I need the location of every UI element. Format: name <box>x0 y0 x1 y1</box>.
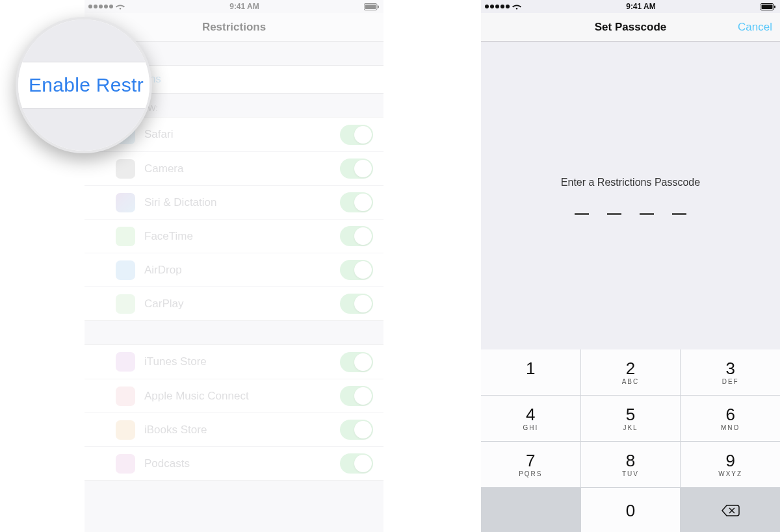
signal-icon <box>485 5 510 8</box>
keypad-key-8[interactable]: 8TUV <box>581 442 681 487</box>
toggle-switch[interactable] <box>340 226 373 246</box>
toggle-switch[interactable] <box>340 352 373 372</box>
passcode-slot <box>607 213 621 215</box>
keypad-key-4[interactable]: 4GHI <box>481 396 580 441</box>
status-left <box>88 3 125 10</box>
app-icon <box>116 294 135 314</box>
settings-row[interactable]: Apple Music Connect <box>84 379 384 412</box>
settings-row[interactable]: CarPlay <box>84 286 384 320</box>
keypad-key-5[interactable]: 5JKL <box>581 396 681 441</box>
key-number: 8 <box>626 452 635 469</box>
toggle-switch[interactable] <box>340 125 373 145</box>
toggle-switch[interactable] <box>340 453 373 474</box>
toggle-switch[interactable] <box>340 192 373 212</box>
status-right <box>760 3 776 10</box>
key-number: 9 <box>725 452 734 469</box>
wifi-icon <box>512 3 521 10</box>
battery-icon <box>364 3 380 10</box>
row-label: iTunes Store <box>144 355 340 368</box>
key-letters: MNO <box>721 424 740 431</box>
key-number: 5 <box>626 406 635 423</box>
magnifier-loupe: Enable Restr <box>16 17 152 153</box>
key-number: 4 <box>526 406 535 423</box>
battery-icon <box>760 3 776 10</box>
status-bar: 9:41 AM <box>481 0 780 13</box>
app-icon <box>116 454 135 474</box>
row-label: iBooks Store <box>144 424 340 437</box>
settings-row[interactable]: Podcasts <box>84 446 384 480</box>
row-label: CarPlay <box>144 298 340 310</box>
passcode-dots <box>575 213 686 215</box>
row-label: Camera <box>144 162 340 175</box>
toggle-switch[interactable] <box>340 294 373 314</box>
status-right <box>364 3 380 10</box>
key-letters: GHI <box>523 424 538 431</box>
status-time: 9:41 AM <box>229 2 259 11</box>
row-label: Apple Music Connect <box>144 390 340 403</box>
passcode-prompt-label: Enter a Restrictions Passcode <box>561 177 700 188</box>
key-number: 7 <box>526 452 535 469</box>
key-number: 0 <box>626 502 635 519</box>
wifi-icon <box>116 3 125 10</box>
key-number: 6 <box>725 406 734 423</box>
row-label: AirDrop <box>144 264 340 277</box>
keypad-key-0[interactable]: 0 <box>581 488 681 532</box>
row-label: Safari <box>144 128 340 141</box>
row-label: Podcasts <box>144 457 340 470</box>
keypad-key-7[interactable]: 7PQRS <box>481 442 580 487</box>
toggle-switch[interactable] <box>340 260 373 280</box>
settings-row[interactable]: iTunes Store <box>84 345 384 379</box>
cancel-button[interactable]: Cancel <box>738 21 772 34</box>
settings-row[interactable]: AirDrop <box>84 253 384 286</box>
key-letters: PQRS <box>519 470 542 477</box>
backspace-icon <box>721 504 740 517</box>
key-letters: TUV <box>622 470 639 477</box>
toggle-switch[interactable] <box>340 158 373 179</box>
status-time: 9:41 AM <box>626 2 656 11</box>
svg-rect-5 <box>774 5 775 8</box>
row-label: FaceTime <box>144 230 340 243</box>
settings-row[interactable]: FaceTime <box>84 219 384 253</box>
app-icon <box>116 193 135 212</box>
keypad-backspace[interactable] <box>681 488 780 532</box>
allow-list-1: SafariCameraSiri & DictationFaceTimeAirD… <box>84 117 384 321</box>
set-passcode-screen: 9:41 AM Set Passcode Cancel Enter a Rest… <box>481 0 780 532</box>
settings-row[interactable]: Siri & Dictation <box>84 185 384 219</box>
keypad-key-3[interactable]: 3DEF <box>681 349 780 395</box>
app-icon <box>116 352 135 372</box>
keypad-key-2[interactable]: 2ABC <box>581 349 681 395</box>
settings-row[interactable]: iBooks Store <box>84 412 384 446</box>
passcode-slot <box>575 213 589 215</box>
keypad-blank <box>481 488 580 532</box>
app-icon <box>116 386 135 406</box>
app-icon <box>116 159 135 179</box>
app-icon <box>116 260 135 280</box>
passcode-prompt-area: Enter a Restrictions Passcode <box>481 42 780 349</box>
keypad-key-1[interactable]: 1 <box>481 349 580 395</box>
keypad-key-6[interactable]: 6MNO <box>681 396 780 441</box>
svg-rect-2 <box>378 5 379 8</box>
key-number: 2 <box>626 360 635 377</box>
passcode-slot <box>640 213 654 215</box>
page-title: Restrictions <box>202 21 266 34</box>
key-number: 1 <box>526 360 535 377</box>
keypad-key-9[interactable]: 9WXYZ <box>681 442 780 487</box>
nav-bar: Set Passcode Cancel <box>481 13 780 42</box>
svg-rect-1 <box>365 5 376 9</box>
key-letters: DEF <box>722 378 739 385</box>
key-letters: JKL <box>623 424 638 431</box>
key-letters: WXYZ <box>718 470 742 477</box>
passcode-slot <box>672 213 686 215</box>
allow-list-2: iTunes StoreApple Music ConnectiBooks St… <box>84 344 384 481</box>
toggle-switch[interactable] <box>340 386 373 406</box>
key-letters: ABC <box>622 378 640 385</box>
signal-icon <box>88 5 113 8</box>
row-label: Siri & Dictation <box>144 196 340 209</box>
key-number: 3 <box>725 360 734 377</box>
app-icon <box>116 227 135 246</box>
app-icon <box>116 420 135 440</box>
svg-rect-4 <box>761 5 772 9</box>
toggle-switch[interactable] <box>340 420 373 440</box>
settings-row[interactable]: Camera <box>84 151 384 185</box>
magnified-enable-label: Enable Restr <box>18 62 150 108</box>
